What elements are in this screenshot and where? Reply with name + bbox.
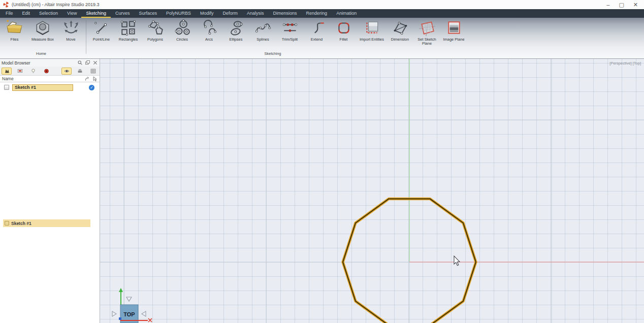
menu-sketching[interactable]: Sketching [81,9,111,18]
window-title: (Untitled) (cm) - Altair Inspire Studio … [12,2,100,7]
fillet-icon [335,19,352,37]
image-plane-icon [445,19,463,37]
browser-tab-model[interactable] [2,68,12,75]
menu-bar: File Edit Selection View Sketching Curve… [0,9,644,18]
model-browser-panel: Model Browser [0,59,100,323]
visibility-filter-button[interactable] [61,68,72,75]
menu-edit[interactable]: Edit [18,9,35,18]
widget-axis-y-arrow-icon [119,288,123,292]
tool-image-plane[interactable]: Image Plane [440,19,467,42]
tool-ellipses[interactable]: Ellipses [222,19,249,42]
tool-label: Set Sketch Plane [416,38,438,46]
maximize-button[interactable]: ▢ [619,2,624,7]
tool-label: Measure Box [31,38,54,42]
tool-set-sketch-plane[interactable]: Set Sketch Plane [413,19,440,46]
tool-circles[interactable]: Circles [169,19,196,42]
minimize-button[interactable]: – [606,2,609,7]
browser-tab-display[interactable] [15,68,25,75]
sketch-item-chip[interactable]: Sketch #1 [12,84,73,91]
browser-tab-record[interactable] [41,68,51,75]
eye-icon [63,68,70,74]
viewport-overlay: TOP [100,59,644,323]
circles-icon [174,19,191,37]
rotate-left-arrow-icon[interactable] [112,311,116,316]
tool-arcs[interactable]: Arcs [196,19,222,42]
tool-files[interactable]: Files [1,19,28,42]
polygons-icon [147,19,164,37]
title-bar: (Untitled) (cm) - Altair Inspire Studio … [0,0,644,9]
tool-import-entities[interactable]: Import Entities [357,19,387,42]
tool-measure-box[interactable]: Measure Box [28,19,57,42]
menu-curves[interactable]: Curves [111,9,135,18]
sketch-list-row-sketch1[interactable]: Sketch #1 [3,219,90,227]
tool-label: Image Plane [443,38,464,42]
link-filter-icon[interactable] [84,76,90,82]
ribbon-group-divider [86,20,86,54]
extend-icon [308,19,326,37]
grid-major-lines [100,59,644,323]
tool-label: Files [11,38,19,42]
table-view-button[interactable] [88,68,98,75]
tool-label: Dimension [391,38,409,42]
menu-surfaces[interactable]: Surfaces [134,9,162,18]
tool-label: Ellipses [230,38,243,42]
visibility-checkbox[interactable] [4,85,9,90]
menu-deform[interactable]: Deform [218,9,243,18]
model-browser-title: Model Browser [2,60,30,66]
close-button[interactable]: ✕ [633,2,638,7]
tool-dimension[interactable]: Dimension [387,19,413,42]
trim-split-icon [281,19,299,37]
tool-fillet[interactable]: Fillet [330,19,357,42]
cascade-panels-icon[interactable] [85,60,90,66]
sketch-item-label: Sketch #1 [15,85,36,90]
menu-dimensions[interactable]: Dimensions [269,9,302,18]
menu-polynurbs[interactable]: PolyNURBS [162,9,196,18]
tool-label: Circles [176,38,188,42]
tool-splines[interactable]: Splines [249,19,276,42]
widget-axis-x-marker-icon [148,318,152,322]
tool-point-line[interactable]: Point/Line [88,19,115,42]
menu-animation[interactable]: Animation [332,9,361,18]
point-line-icon [93,19,110,37]
menu-modify[interactable]: Modify [196,9,218,18]
tool-extend[interactable]: Extend [303,19,330,42]
widget-origin-marker-icon [119,317,121,320]
tool-rectangles[interactable]: Rectangles [115,19,142,42]
rotate-right-arrow-icon[interactable] [142,311,146,316]
display-screen-icon [17,68,23,74]
model-tree-icon [4,68,10,74]
select-cursor-icon[interactable] [92,76,98,82]
lightbulb-icon [30,68,37,74]
tool-move[interactable]: Move [57,19,84,42]
ribbon: Files Measure Box [0,18,644,59]
ribbon-group-home: Home [0,51,82,56]
mouse-cursor-icon [454,256,460,266]
menu-file[interactable]: File [1,9,18,18]
rectangles-icon [120,19,137,37]
close-panel-icon[interactable] [92,60,98,66]
splines-icon [254,19,272,37]
search-icon[interactable] [77,60,83,66]
ellipses-icon [228,19,245,37]
list-view-button[interactable] [75,68,85,75]
table-grid-icon [90,68,96,74]
tool-trim-split[interactable]: Trim/Split [276,19,303,42]
menu-analysis[interactable]: Analysis [242,9,269,18]
tool-label: Splines [256,38,269,42]
model-browser-row-sketch1[interactable]: Sketch #1 ✓ [0,83,100,91]
rotate-down-arrow-icon[interactable] [126,297,132,301]
tool-label: Rectangles [119,38,138,42]
tool-label: Import Entities [360,38,384,42]
sketch-list-label: Sketch #1 [11,221,31,226]
menu-selection[interactable]: Selection [35,9,62,18]
menu-view[interactable]: View [62,9,81,18]
name-column-header[interactable]: Name [2,76,14,81]
menu-rendering[interactable]: Rendering [302,9,332,18]
tool-label: Move [66,38,75,42]
ribbon-group-sketching: Sketching [83,51,463,56]
tool-polygons[interactable]: Polygons [142,19,169,42]
view-cube-widget[interactable]: TOP [112,288,152,323]
active-check-icon: ✓ [89,85,94,90]
viewport-canvas[interactable]: TOP [Perspective] [Top] [100,59,644,323]
browser-tab-lights[interactable] [28,68,38,75]
